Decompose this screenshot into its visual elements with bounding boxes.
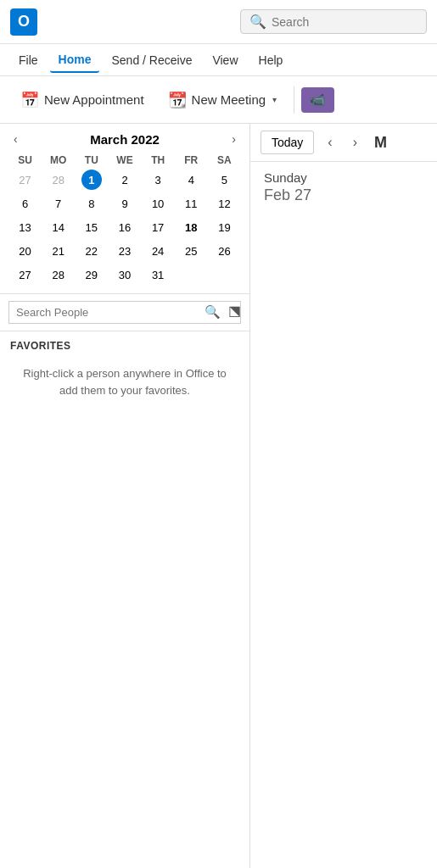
cal-nav: ‹ March 2022 › [8, 131, 241, 147]
cal-day-view: Sunday Feb 27 [250, 162, 437, 868]
search-box[interactable]: 🔍 [240, 9, 427, 34]
cal-header-su: SU [8, 153, 42, 168]
cal-day-cell[interactable]: 13 [8, 215, 42, 239]
cal-day-cell[interactable]: 26 [208, 239, 241, 263]
cal-month-title: March 2022 [90, 132, 160, 147]
menu-item-view[interactable]: View [204, 48, 246, 72]
cal-back-button[interactable]: ‹ [321, 131, 339, 153]
cal-day-cell[interactable]: 9 [108, 192, 141, 215]
day-date: Feb 27 [264, 186, 423, 204]
main-layout: ‹ March 2022 › SU MO TU WE TH FR SA [0, 124, 437, 868]
cal-day-cell[interactable]: 29 [75, 263, 108, 287]
cal-day-cell[interactable]: 11 [175, 192, 208, 215]
menu-item-home[interactable]: Home [50, 47, 100, 73]
favorites-title: FAVORITES [10, 340, 239, 352]
cal-day-cell[interactable]: 15 [75, 215, 108, 239]
cal-day-cell[interactable]: 21 [42, 239, 75, 263]
video-icon: 📹 [310, 92, 326, 108]
cal-day-cell[interactable]: 12 [208, 192, 241, 215]
cal-header-th: TH [142, 153, 175, 168]
calendar-mini: ‹ March 2022 › SU MO TU WE TH FR SA [0, 124, 249, 294]
cal-day-cell[interactable]: 27 [8, 168, 42, 192]
meeting-dropdown-arrow: ▾ [272, 95, 277, 104]
menu-item-file[interactable]: File [10, 48, 47, 72]
cal-next-button[interactable]: › [227, 131, 241, 147]
menu-bar: File Home Send / Receive View Help [0, 44, 437, 76]
cal-day-cell[interactable]: 23 [108, 239, 141, 263]
menu-item-help[interactable]: Help [250, 48, 292, 72]
title-bar: O 🔍 [0, 0, 437, 44]
cal-day-cell[interactable]: 31 [142, 263, 175, 287]
cal-day-cell[interactable]: 16 [108, 215, 141, 239]
cal-day-cell[interactable]: 4 [175, 168, 208, 192]
cal-day-cell[interactable]: 22 [75, 239, 108, 263]
cal-day-cell[interactable]: 27 [8, 263, 42, 287]
favorites-hint: Right-click a person anywhere in Office … [10, 365, 239, 398]
cal-header-sa: SA [208, 153, 241, 168]
cal-day-cell[interactable]: 2 [108, 168, 141, 192]
video-button[interactable]: 📹 [301, 87, 334, 113]
cal-day-cell[interactable]: 3 [142, 168, 175, 192]
cal-header-tu: TU [75, 153, 108, 168]
cal-day-cell[interactable]: 20 [8, 239, 42, 263]
app-logo: O [10, 8, 37, 36]
cal-view-title: M [374, 134, 387, 152]
cal-forward-button[interactable]: › [346, 131, 364, 153]
cal-day-cell[interactable]: 17 [142, 215, 175, 239]
cal-day-cell[interactable]: 5 [208, 168, 241, 192]
cal-day-cell[interactable]: 6 [8, 192, 42, 215]
cal-day-cell[interactable]: 24 [142, 239, 175, 263]
new-appointment-label: New Appointment [44, 92, 144, 107]
cal-header-fr: FR [175, 153, 208, 168]
cal-prev-button[interactable]: ‹ [8, 131, 23, 147]
cal-day-cell[interactable]: 30 [108, 263, 141, 287]
new-meeting-label: New Meeting [192, 92, 266, 107]
toolbar: 📅 New Appointment 📆 New Meeting ▾ 📹 [0, 76, 437, 124]
cal-day-cell[interactable]: 19 [208, 215, 241, 239]
cal-day-cell[interactable]: 14 [42, 215, 75, 239]
cal-day-cell[interactable]: 8 [75, 192, 108, 215]
new-meeting-button[interactable]: 📆 New Meeting ▾ [158, 86, 288, 114]
search-input[interactable] [272, 15, 416, 29]
cal-day-cell[interactable]: 28 [42, 263, 75, 287]
right-panel: Today ‹ › M Sunday Feb 27 [250, 124, 437, 868]
menu-item-send-receive[interactable]: Send / Receive [103, 48, 200, 72]
toolbar-divider [294, 86, 294, 114]
favorites-section: FAVORITES Right-click a person anywhere … [0, 331, 249, 868]
cal-day-cell[interactable]: 1 [75, 168, 108, 192]
meeting-icon: 📆 [168, 91, 187, 109]
people-search-icon: 🔍 [204, 304, 221, 320]
cal-day-cell[interactable]: 28 [42, 168, 75, 192]
today-button[interactable]: Today [261, 131, 314, 154]
appointment-icon: 📅 [20, 91, 39, 109]
new-appointment-button[interactable]: 📅 New Appointment [10, 86, 154, 114]
search-icon: 🔍 [249, 14, 266, 30]
left-panel: ‹ March 2022 › SU MO TU WE TH FR SA [0, 124, 250, 868]
cal-header-bar: Today ‹ › M [250, 124, 437, 162]
cal-day-cell[interactable]: 18 [175, 215, 208, 239]
open-contact-button[interactable]: ⬔ [228, 303, 241, 319]
day-label: Sunday [264, 170, 423, 185]
cal-day-cell[interactable]: 25 [175, 239, 208, 263]
cal-day-cell[interactable]: 7 [42, 192, 75, 215]
people-search-area: ⬔ 🔍 [0, 294, 249, 331]
cal-day-cell[interactable]: 10 [142, 192, 175, 215]
cal-header-mo: MO [42, 153, 75, 168]
cal-grid: SU MO TU WE TH FR SA 2728123456789101112… [8, 153, 241, 287]
cal-header-we: WE [108, 153, 141, 168]
